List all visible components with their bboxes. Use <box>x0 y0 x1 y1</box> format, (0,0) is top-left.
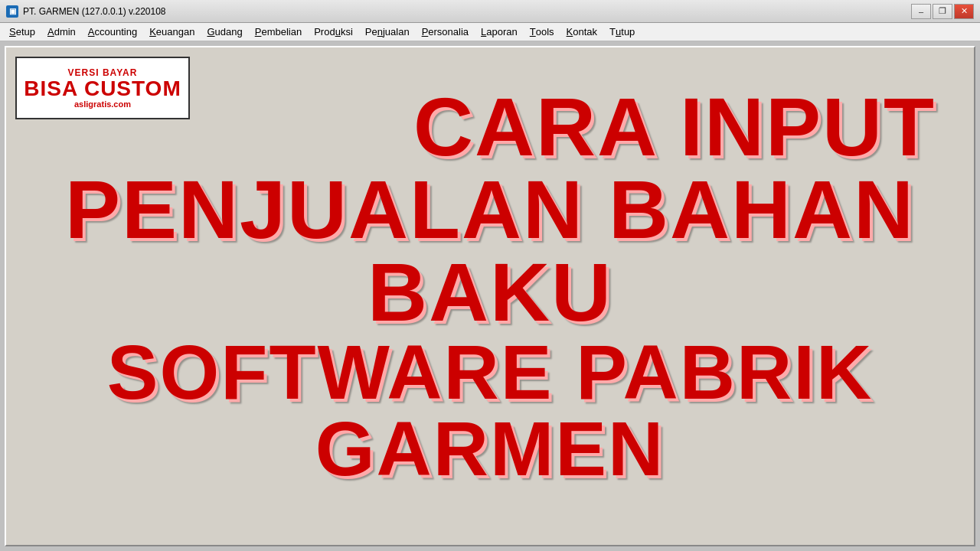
headline-line1: CARA INPUT <box>21 86 959 168</box>
menu-penjualan[interactable]: Penjualan <box>359 24 416 41</box>
menu-keuangan[interactable]: Keuangan <box>143 24 201 41</box>
menu-gudang[interactable]: Gudang <box>201 24 248 41</box>
menu-accounting[interactable]: Accounting <box>82 24 143 41</box>
main-content: CARA INPUT PENJUALAN BAHAN BAKU SOFTWARE… <box>6 86 974 487</box>
menu-tools[interactable]: Tools <box>524 24 560 41</box>
app-icon: ▣ <box>6 5 18 18</box>
title-bar-left: ▣ PT. GARMEN (127.0.0.1) v.220108 <box>6 5 166 18</box>
menu-personalia[interactable]: Personalia <box>416 24 475 41</box>
app-icon-text: ▣ <box>9 7 16 15</box>
title-bar: ▣ PT. GARMEN (127.0.0.1) v.220108 – ❐ ✕ <box>0 0 980 23</box>
menu-laporan[interactable]: Laporan <box>475 24 524 41</box>
main-window: VERSI BAYAR BISA CUSTOM asligratis.com C… <box>5 46 975 546</box>
close-button[interactable]: ✕ <box>954 4 974 19</box>
minimize-button[interactable]: – <box>911 4 931 19</box>
menu-admin[interactable]: Admin <box>41 24 82 41</box>
window-title: PT. GARMEN (127.0.0.1) v.220108 <box>23 6 166 17</box>
menu-kontak[interactable]: Kontak <box>560 24 603 41</box>
window-controls: – ❐ ✕ <box>911 4 974 19</box>
menu-pembelian[interactable]: Pembelian <box>249 24 308 41</box>
menu-bar: Setup Admin Accounting Keuangan Gudang P… <box>0 23 980 41</box>
restore-button[interactable]: ❐ <box>933 4 952 19</box>
headline-line2: PENJUALAN BAHAN BAKU <box>21 168 959 334</box>
menu-tutup[interactable]: Tutup <box>603 24 641 41</box>
headline-line3: SOFTWARE PABRIK GARMEN <box>21 334 959 487</box>
menu-setup[interactable]: Setup <box>3 24 41 41</box>
menu-produksi[interactable]: Produksi <box>308 24 359 41</box>
